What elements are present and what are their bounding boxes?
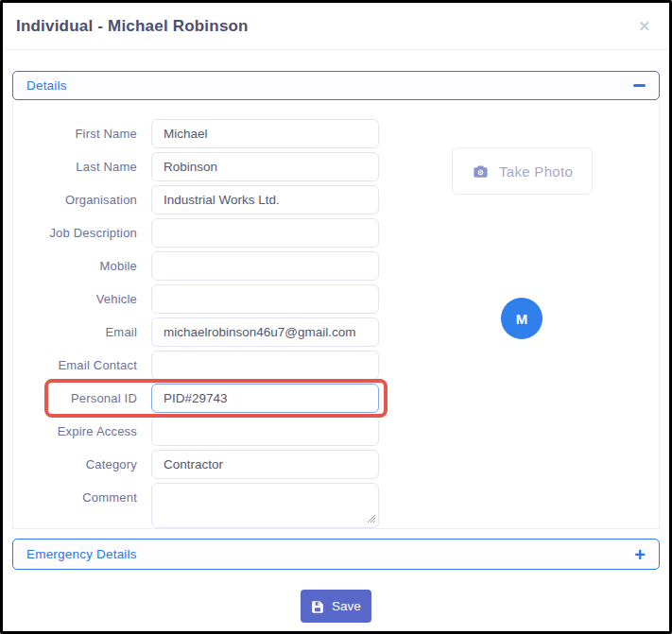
form-row-expire-access: Expire Access <box>27 417 659 446</box>
modal-title: Individual - Michael Robinson <box>16 17 249 36</box>
form-row-email: Email <box>27 317 659 347</box>
personal-id-field[interactable] <box>151 384 379 413</box>
personal-id-label: Personal ID <box>27 391 151 405</box>
first-name-field[interactable] <box>151 119 379 148</box>
camera-icon <box>472 163 490 180</box>
comment-label: Comment <box>27 483 151 505</box>
last-name-label: Last Name <box>27 160 151 174</box>
form-row-vehicle: Vehicle <box>27 284 659 314</box>
form-row-email-contact: Email Contact <box>27 351 659 380</box>
modal-footer: Save <box>3 590 669 623</box>
expire-access-label: Expire Access <box>27 424 151 438</box>
emergency-details-section-header[interactable]: Emergency Details + <box>12 539 660 570</box>
first-name-label: First Name <box>27 127 151 141</box>
job-description-field[interactable] <box>151 218 379 248</box>
save-label: Save <box>332 599 361 613</box>
last-name-field[interactable] <box>151 152 379 181</box>
expand-plus-icon[interactable]: + <box>634 545 646 564</box>
details-section-header[interactable]: Details <box>12 71 660 100</box>
category-label: Category <box>27 457 151 471</box>
save-button[interactable]: Save <box>301 590 371 623</box>
save-floppy-icon <box>311 600 324 613</box>
form-row-comment: Comment <box>27 483 659 532</box>
close-icon[interactable]: ✕ <box>634 15 654 37</box>
details-section-body: First Name Last Name Organisation Job De… <box>12 100 660 529</box>
vehicle-label: Vehicle <box>27 292 151 306</box>
form-row-personal-id: Personal ID <box>27 384 659 413</box>
email-contact-field[interactable] <box>151 351 379 380</box>
email-field[interactable] <box>151 317 379 347</box>
organisation-label: Organisation <box>27 193 151 207</box>
form-row-job-description: Job Description <box>27 218 659 248</box>
form-row-first-name: First Name <box>27 119 659 148</box>
avatar: M <box>501 298 543 339</box>
modal-header: Individual - Michael Robinson ✕ <box>3 3 669 50</box>
job-description-label: Job Description <box>27 226 151 240</box>
expire-access-field[interactable] <box>151 417 379 446</box>
email-contact-label: Email Contact <box>27 358 151 372</box>
category-field[interactable] <box>151 450 379 479</box>
collapse-minus-icon[interactable] <box>633 84 646 87</box>
mobile-field[interactable] <box>151 251 379 281</box>
individual-modal: Individual - Michael Robinson ✕ Details … <box>0 0 672 634</box>
vehicle-field[interactable] <box>151 284 379 314</box>
form-row-category: Category <box>27 450 659 479</box>
comment-field[interactable] <box>151 483 379 528</box>
organisation-field[interactable] <box>151 185 379 214</box>
form-row-mobile: Mobile <box>27 251 659 281</box>
details-section-title: Details <box>26 78 67 93</box>
emergency-details-title: Emergency Details <box>26 547 137 561</box>
email-label: Email <box>27 325 151 339</box>
take-photo-button[interactable]: Take Photo <box>452 147 593 195</box>
mobile-label: Mobile <box>27 259 151 273</box>
take-photo-label: Take Photo <box>499 163 573 180</box>
